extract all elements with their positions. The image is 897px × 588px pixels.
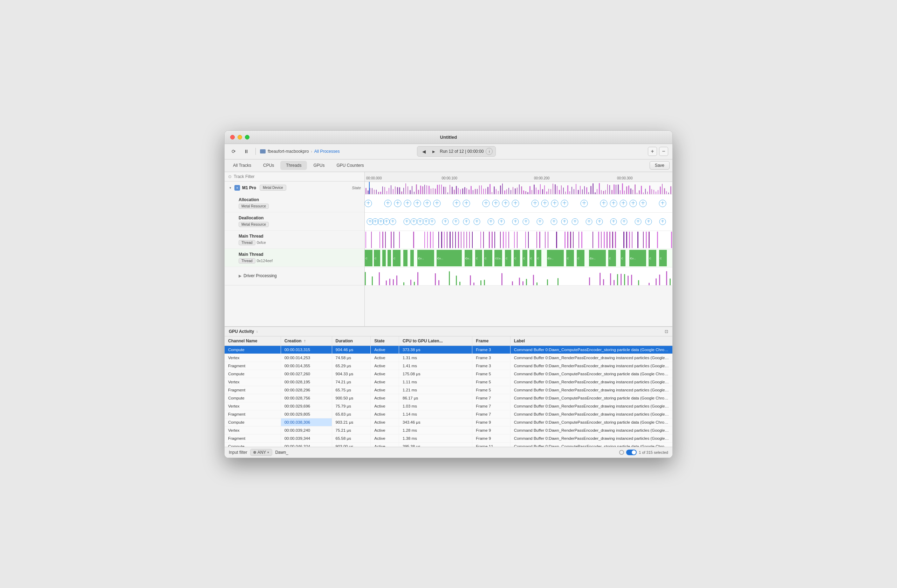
- run-text: Run 12 of 12 | 00:00:00: [440, 149, 484, 154]
- col-duration[interactable]: Duration: [332, 336, 371, 346]
- deallocation-label: Deallocation: [239, 216, 361, 220]
- run-play-button[interactable]: ▶: [430, 147, 438, 155]
- state-column-label: State: [352, 186, 361, 190]
- window-title: Untitled: [440, 135, 457, 140]
- device-icon: [260, 149, 266, 153]
- table-cell: Compute: [225, 370, 281, 378]
- allocation-canvas: [365, 194, 672, 212]
- table-cell: 00:00.028,756: [281, 394, 332, 402]
- filter-input[interactable]: [275, 450, 328, 455]
- remove-track-button[interactable]: −: [659, 147, 668, 156]
- table-row[interactable]: Vertex00:00.029,69675.79 μsActive1.03 ms…: [225, 402, 672, 410]
- table-cell: Vertex: [225, 354, 281, 361]
- minimize-button[interactable]: [237, 135, 242, 139]
- table-row[interactable]: Vertex00:00.014,25374.58 μsActive1.31 ms…: [225, 354, 672, 361]
- tl-driver-row: [365, 267, 672, 286]
- filter-badge[interactable]: ANY ▾: [250, 449, 272, 456]
- thread1-canvas: [365, 231, 672, 249]
- col-label[interactable]: Label: [510, 336, 672, 346]
- table-cell: 00:00.013,315: [281, 346, 332, 354]
- tab-all-tracks[interactable]: All Tracks: [227, 161, 257, 170]
- track-filter-input[interactable]: [234, 174, 361, 179]
- track-filter-area: ⊙: [225, 172, 364, 182]
- table-cell: 1.38 ms: [399, 434, 472, 442]
- table-cell: Command Buffer 0:Dawn_ComputePassEncoder…: [510, 370, 672, 378]
- table-row[interactable]: Fragment00:00.039,34465.58 μsActive1.38 …: [225, 434, 672, 442]
- tab-gpu-counters[interactable]: GPU Counters: [331, 161, 369, 170]
- table-row[interactable]: Fragment00:00.028,29665.75 μsActive1.21 …: [225, 386, 672, 394]
- processes-label[interactable]: All Processes: [314, 149, 340, 154]
- col-state[interactable]: State: [371, 336, 399, 346]
- tab-cpus[interactable]: CPUs: [257, 161, 280, 170]
- table-cell: Active: [371, 370, 399, 378]
- table-cell: 373.38 μs: [399, 346, 472, 354]
- maximize-button[interactable]: [245, 135, 250, 139]
- toolbar-right: + −: [648, 147, 668, 156]
- table-cell: 65.29 μs: [332, 361, 371, 370]
- m1-canvas: [365, 182, 672, 194]
- table-cell: Command Buffer 0:Dawn_RenderPassEncoder_…: [510, 354, 672, 361]
- col-cpu-gpu-lat[interactable]: CPU to GPU Laten...: [399, 336, 472, 346]
- gpu-activity-table: Channel Name Creation ↑ Duration State C…: [225, 336, 672, 447]
- expand-icon[interactable]: ⊡: [665, 329, 668, 334]
- table-row[interactable]: Vertex00:00.039,24075.21 μsActive1.28 ms…: [225, 426, 672, 434]
- close-button[interactable]: [230, 135, 235, 139]
- deallocation-badge: Metal Resource: [239, 222, 269, 227]
- table-cell: Command Buffer 0:Dawn_ComputePassEncoder…: [510, 394, 672, 402]
- deallocation-canvas: [365, 213, 672, 231]
- table-row[interactable]: Fragment00:00.029,80565.83 μsActive1.14 …: [225, 410, 672, 418]
- m1-expand[interactable]: ▾: [228, 186, 232, 190]
- tick-2: 00:00.200: [534, 176, 550, 180]
- table-row[interactable]: Compute00:00.028,756900.50 μsActive86.17…: [225, 394, 672, 402]
- run-controls: ◀ ▶ Run 12 of 12 | 00:00:00 i: [417, 146, 496, 157]
- gpu-activity-section: GPU Activity ↓ ⊡ Channel Name Creation ↑…: [225, 326, 672, 458]
- table-cell: 903.00 μs: [332, 442, 371, 447]
- pause-button[interactable]: ⏸: [242, 147, 251, 156]
- table-cell: 1.11 ms: [399, 378, 472, 386]
- tab-gpus[interactable]: GPUs: [308, 161, 330, 170]
- table-cell: Active: [371, 378, 399, 386]
- tick-0: 00:00.000: [366, 176, 382, 180]
- m1-pro-label: M1 Pro: [242, 185, 256, 190]
- tick-1: 00:00.100: [442, 176, 458, 180]
- run-back-button[interactable]: ◀: [420, 147, 428, 155]
- deallocation-track: Deallocation Metal Resource: [225, 212, 364, 231]
- table-cell: 74.21 μs: [332, 378, 371, 386]
- table-row[interactable]: Compute00:00.038,306903.21 μsActive343.4…: [225, 418, 672, 426]
- activity-table: Channel Name Creation ↑ Duration State C…: [225, 336, 672, 447]
- filter-toggle[interactable]: [626, 450, 637, 455]
- table-row[interactable]: Compute00:00.046,324903.00 μsActive395.3…: [225, 442, 672, 447]
- table-cell: 00:00.028,296: [281, 386, 332, 394]
- timeline-cursor: [369, 182, 370, 194]
- breadcrumb: fbeaufort-macbookpro › All Processes: [260, 149, 340, 154]
- table-cell: Command Buffer 0:Dawn_RenderPassEncoder_…: [510, 410, 672, 418]
- driver-expand[interactable]: ▶: [239, 274, 242, 278]
- table-cell: Frame 7: [472, 410, 510, 418]
- tab-threads[interactable]: Threads: [280, 161, 307, 170]
- timeline-header: 00:00.000 00:00.100 00:00.200 00:00.300: [365, 172, 672, 182]
- toolbar-separator-1: [256, 148, 256, 155]
- table-cell: 175.08 μs: [399, 370, 472, 378]
- thread-2-addr: 0x124eef: [257, 259, 272, 263]
- table-row[interactable]: Fragment00:00.014,35565.29 μsActive1.41 …: [225, 361, 672, 370]
- filter-dropdown-arrow: ▾: [267, 451, 269, 454]
- table-row[interactable]: Vertex00:00.028,19574.21 μsActive1.11 ms…: [225, 378, 672, 386]
- col-creation[interactable]: Creation ↑: [281, 336, 332, 346]
- add-track-button[interactable]: +: [648, 147, 657, 156]
- filter-dot: [253, 451, 256, 454]
- back-button[interactable]: ⟳: [229, 147, 239, 156]
- table-cell: 900.50 μs: [332, 394, 371, 402]
- table-row[interactable]: Compute00:00.013,315904.46 μsActive373.3…: [225, 346, 672, 354]
- col-frame[interactable]: Frame: [472, 336, 510, 346]
- save-button[interactable]: Save: [650, 161, 670, 170]
- allocation-badge: Metal Resource: [239, 204, 269, 209]
- table-row[interactable]: Compute00:00.027,260904.33 μsActive175.0…: [225, 370, 672, 378]
- filter-any-label: ANY: [257, 450, 266, 455]
- timeline-tracks: [365, 182, 672, 286]
- table-cell: 00:00.029,805: [281, 410, 332, 418]
- table-cell: Active: [371, 346, 399, 354]
- driver-label: Driver Processing: [243, 273, 277, 278]
- col-channel[interactable]: Channel Name: [225, 336, 281, 346]
- table-cell: 1.03 ms: [399, 402, 472, 410]
- info-button[interactable]: i: [486, 148, 493, 155]
